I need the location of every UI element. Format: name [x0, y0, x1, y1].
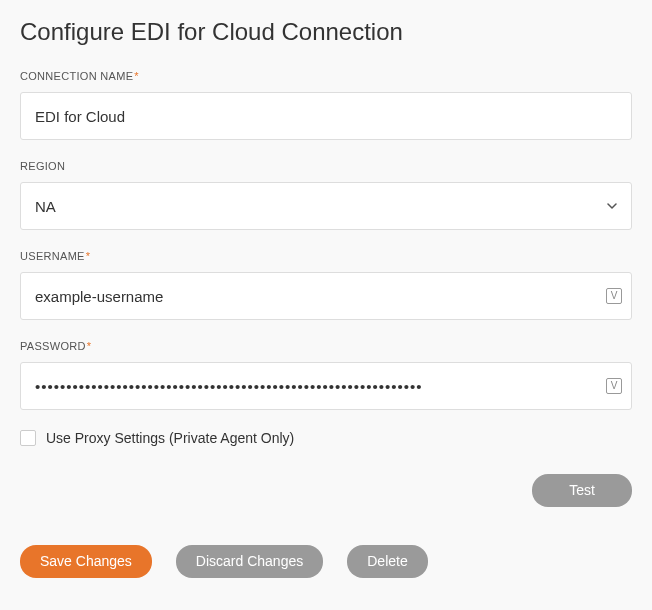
label-text: CONNECTION NAME [20, 70, 133, 82]
connection-name-input[interactable] [20, 92, 632, 140]
discard-button[interactable]: Discard Changes [176, 545, 323, 578]
use-proxy-label: Use Proxy Settings (Private Agent Only) [46, 430, 294, 446]
connection-name-label: CONNECTION NAME* [20, 70, 632, 82]
variable-icon[interactable]: V [606, 378, 622, 394]
region-select[interactable]: NA [20, 182, 632, 230]
password-input-wrapper: V [20, 362, 632, 410]
region-label: REGION [20, 160, 632, 172]
field-region: REGION NA [20, 160, 632, 230]
region-select-value: NA [35, 198, 607, 215]
username-input[interactable] [20, 272, 632, 320]
password-input[interactable] [20, 362, 632, 410]
variable-icon[interactable]: V [606, 288, 622, 304]
action-buttons: Save Changes Discard Changes Delete [20, 545, 632, 578]
label-text: PASSWORD [20, 340, 86, 352]
label-text: REGION [20, 160, 65, 172]
required-indicator: * [86, 250, 91, 262]
field-connection-name: CONNECTION NAME* [20, 70, 632, 140]
chevron-down-icon [607, 201, 617, 211]
username-input-wrapper: V [20, 272, 632, 320]
test-button[interactable]: Test [532, 474, 632, 507]
field-username: USERNAME* V [20, 250, 632, 320]
use-proxy-checkbox[interactable] [20, 430, 36, 446]
page-title: Configure EDI for Cloud Connection [20, 18, 632, 46]
required-indicator: * [87, 340, 92, 352]
required-indicator: * [134, 70, 139, 82]
use-proxy-row: Use Proxy Settings (Private Agent Only) [20, 430, 632, 446]
field-password: PASSWORD* V [20, 340, 632, 410]
password-label: PASSWORD* [20, 340, 632, 352]
label-text: USERNAME [20, 250, 85, 262]
delete-button[interactable]: Delete [347, 545, 427, 578]
save-button[interactable]: Save Changes [20, 545, 152, 578]
test-row: Test [20, 474, 632, 507]
username-label: USERNAME* [20, 250, 632, 262]
